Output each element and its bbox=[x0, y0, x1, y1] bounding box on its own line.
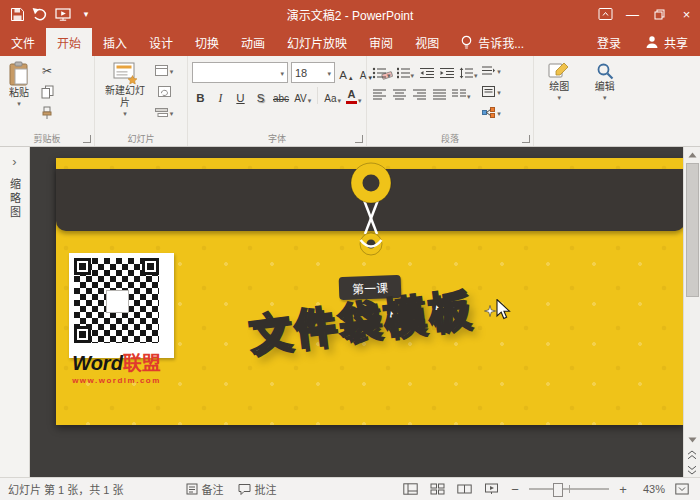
caret-down-icon: ▾ bbox=[308, 97, 312, 104]
person-icon bbox=[645, 35, 659, 49]
reset-button[interactable] bbox=[154, 83, 174, 100]
text-direction-button[interactable]: ▾ bbox=[482, 62, 502, 79]
scrollbar-thumb[interactable] bbox=[686, 163, 699, 297]
slide-sorter-view-button[interactable] bbox=[427, 480, 447, 498]
caret-down-icon: ▾ bbox=[603, 94, 607, 101]
format-painter-button[interactable] bbox=[37, 104, 57, 121]
zoom-in-button[interactable]: + bbox=[616, 482, 630, 497]
font-color-button[interactable]: A ▾ bbox=[345, 87, 363, 104]
align-left-button[interactable] bbox=[371, 83, 388, 100]
notes-toggle[interactable]: 备注 bbox=[186, 481, 224, 497]
font-name-select[interactable]: ▾ bbox=[192, 62, 288, 83]
section-icon bbox=[155, 107, 168, 118]
undo-button[interactable] bbox=[29, 3, 51, 25]
tab-animations[interactable]: 动画 bbox=[230, 28, 276, 56]
numbering-button[interactable]: ▾ bbox=[395, 62, 416, 79]
window-controls: — × bbox=[592, 0, 700, 28]
text-shadow-button[interactable]: S bbox=[252, 87, 269, 104]
bold-button[interactable]: B bbox=[192, 87, 209, 104]
decrease-indent-button[interactable] bbox=[418, 62, 435, 79]
next-slide-button[interactable] bbox=[684, 462, 700, 477]
justify-button[interactable] bbox=[431, 83, 448, 100]
scroll-up-button[interactable] bbox=[684, 147, 700, 162]
caret-down-icon: ▾ bbox=[497, 68, 501, 75]
section-button[interactable]: ▾ bbox=[154, 104, 174, 121]
slideshow-view-button[interactable] bbox=[481, 480, 501, 498]
slide-1[interactable]: Word联盟 www.wordlm.com 第一课 文件袋模板 bbox=[56, 158, 683, 425]
reading-view-button[interactable] bbox=[454, 480, 474, 498]
tab-file[interactable]: 文件 bbox=[0, 28, 46, 56]
customize-qat-button[interactable]: ▾ bbox=[75, 3, 97, 25]
tab-slideshow[interactable]: 幻灯片放映 bbox=[276, 28, 358, 56]
save-button[interactable] bbox=[6, 3, 28, 25]
font-dialog-launcher-icon[interactable] bbox=[355, 135, 363, 143]
tab-home[interactable]: 开始 bbox=[46, 28, 92, 56]
tab-design[interactable]: 设计 bbox=[138, 28, 184, 56]
underline-button[interactable]: U bbox=[232, 87, 249, 104]
editing-group-button[interactable]: 编辑 ▾ bbox=[584, 58, 627, 131]
envelope-grommet-and-string bbox=[339, 160, 403, 260]
ribbon-display-options-button[interactable] bbox=[592, 0, 619, 28]
grow-font-label: A bbox=[339, 69, 347, 81]
font-color-icon: A bbox=[346, 89, 357, 104]
share-button[interactable]: 共享 bbox=[633, 28, 700, 56]
zoom-slider[interactable] bbox=[529, 488, 609, 490]
cut-button[interactable]: ✂ bbox=[37, 62, 57, 79]
font-size-select[interactable]: 18▾ bbox=[291, 62, 335, 83]
tab-transitions[interactable]: 切换 bbox=[184, 28, 230, 56]
slide-canvas[interactable]: Word联盟 www.wordlm.com 第一课 文件袋模板 bbox=[30, 147, 683, 477]
normal-view-button[interactable] bbox=[400, 480, 420, 498]
vertical-scrollbar[interactable] bbox=[683, 147, 700, 477]
align-center-button[interactable] bbox=[391, 83, 408, 100]
start-slideshow-button[interactable] bbox=[52, 3, 74, 25]
slide-counter[interactable]: 幻灯片 第 1 张，共 1 张 bbox=[8, 481, 124, 497]
italic-button[interactable]: I bbox=[212, 87, 229, 104]
bullets-icon bbox=[372, 67, 386, 79]
zoom-slider-thumb[interactable] bbox=[553, 483, 563, 497]
copy-button[interactable] bbox=[37, 83, 57, 100]
paragraph-dialog-launcher-icon[interactable] bbox=[522, 135, 530, 143]
clipboard-dialog-launcher-icon[interactable] bbox=[83, 135, 91, 143]
tab-review[interactable]: 审阅 bbox=[358, 28, 404, 56]
brand-word: Word bbox=[72, 352, 123, 374]
paste-button[interactable]: 粘贴 ▾ bbox=[4, 58, 34, 131]
normal-view-icon bbox=[403, 483, 418, 495]
convert-to-smartart-button[interactable]: ▾ bbox=[482, 104, 502, 121]
align-text-button[interactable]: ▾ bbox=[482, 83, 502, 100]
slide-title-text[interactable]: 文件袋模板 bbox=[245, 275, 476, 363]
grow-font-button[interactable]: A▲ bbox=[338, 64, 355, 81]
caret-down-icon: ▾ bbox=[84, 9, 89, 19]
drawing-group-button[interactable]: 绘图 ▾ bbox=[538, 58, 581, 131]
qr-pattern bbox=[74, 258, 159, 343]
tab-view[interactable]: 视图 bbox=[404, 28, 450, 56]
previous-slide-button[interactable] bbox=[684, 447, 700, 462]
character-spacing-button[interactable]: AV▾ bbox=[293, 87, 312, 104]
align-right-button[interactable] bbox=[411, 83, 428, 100]
tab-insert[interactable]: 插入 bbox=[92, 28, 138, 56]
restore-button[interactable] bbox=[646, 0, 673, 28]
columns-button[interactable]: ▾ bbox=[451, 83, 472, 100]
zoom-level[interactable]: 43% bbox=[637, 483, 665, 495]
close-button[interactable]: × bbox=[673, 0, 700, 28]
change-case-button[interactable]: Aa▾ bbox=[323, 87, 342, 104]
bullets-button[interactable]: ▾ bbox=[371, 62, 392, 79]
sign-in-button[interactable]: 登录 bbox=[585, 28, 633, 56]
thumbnails-pane-collapsed[interactable]: › 缩略图 bbox=[0, 147, 30, 477]
scroll-down-button[interactable] bbox=[684, 432, 700, 447]
new-slide-button[interactable]: 新建幻灯片 ▾ bbox=[99, 58, 151, 131]
expand-pane-chevron-icon[interactable]: › bbox=[12, 155, 16, 168]
fit-to-window-button[interactable] bbox=[672, 480, 692, 498]
strikethrough-button[interactable]: abc bbox=[272, 87, 290, 104]
caret-down-icon: ▾ bbox=[497, 89, 501, 96]
zoom-out-button[interactable]: − bbox=[508, 482, 522, 497]
title-bar: ▾ 演示文稿2 - PowerPoint — × bbox=[0, 0, 700, 28]
justify-icon bbox=[433, 89, 446, 100]
line-spacing-button[interactable]: ▾ bbox=[458, 62, 479, 79]
tell-me-box[interactable]: 告诉我... bbox=[450, 28, 534, 56]
comments-toggle[interactable]: 批注 bbox=[238, 481, 277, 497]
minimize-button[interactable]: — bbox=[619, 0, 646, 28]
caret-down-icon: ▾ bbox=[387, 72, 391, 79]
layout-button[interactable]: ▾ bbox=[154, 62, 174, 79]
quick-access-toolbar: ▾ bbox=[0, 3, 97, 25]
increase-indent-button[interactable] bbox=[438, 62, 455, 79]
